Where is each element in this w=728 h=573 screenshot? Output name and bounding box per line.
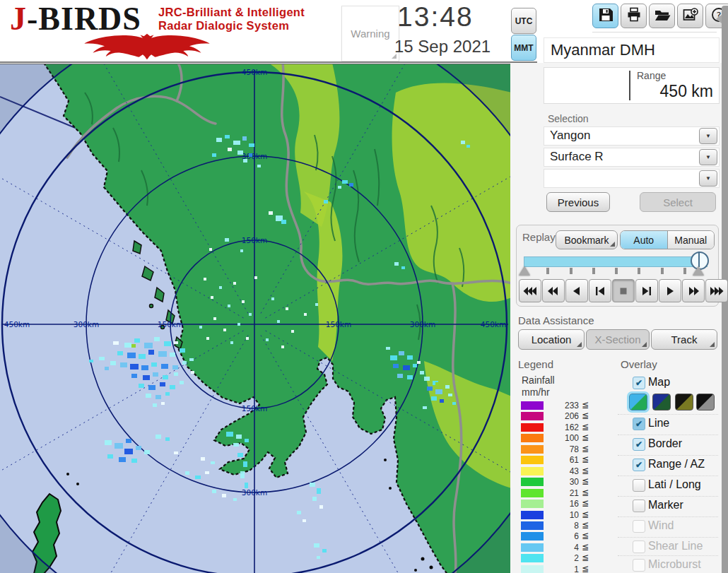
rain-cell [223,329,226,331]
checkbox-wind[interactable] [633,520,645,533]
bookmark-button[interactable]: Bookmark [556,230,618,249]
rain-cell [390,355,397,360]
logo-subtitle: JRC-Brilliant & Intelligent Radar Dialog… [158,6,305,33]
print-button[interactable] [621,4,647,28]
track-button[interactable]: Track [651,329,717,350]
playback-step-last-button[interactable] [635,279,658,302]
playback-step-first-button[interactable] [589,279,611,302]
rain-cell [324,200,328,203]
mmt-button[interactable]: MMT [511,35,536,61]
reverse-icon [569,285,585,297]
map-style-4[interactable] [696,394,715,410]
checkbox-marker[interactable] [633,500,645,512]
overlay-label[interactable]: Wind [648,519,674,532]
location-button[interactable]: Location [518,329,585,350]
replay-slider-track[interactable] [524,256,708,267]
logo-rest: -BIRDS [27,1,141,37]
map-style-3[interactable] [675,394,693,410]
rain-cell [115,443,123,449]
range-value: 450 km [660,82,713,101]
slider-end-marker[interactable] [693,266,704,276]
overlay-label[interactable]: Line [648,417,669,430]
utc-button[interactable]: UTC [511,8,536,34]
logo-subtitle-line2: Radar Dialogic System [158,19,305,33]
rain-cell [427,386,433,391]
overlay-separator [618,516,718,517]
overlay-label[interactable]: Border [648,437,682,450]
radar-map-canvas[interactable]: 150km150km150km150km300km300km300km300km… [0,64,510,573]
chevron-down-icon[interactable]: ▼ [699,170,717,187]
playback-forward-3-button[interactable] [705,279,728,302]
rewind-3-icon [522,285,538,297]
rain-cell [440,399,444,403]
legend-value: 10 [546,510,579,520]
play-icon [662,285,678,297]
chevron-down-icon[interactable]: ▼ [699,149,717,165]
open-folder-button[interactable] [649,4,675,28]
map-style-1[interactable] [629,394,647,410]
rain-cell [195,475,201,479]
legend-color-swatch [521,423,544,432]
overlay-label[interactable]: Lati / Long [648,478,701,491]
step-last-icon [639,285,654,297]
selection-dropdown-1[interactable]: Yangon▼ [544,126,720,146]
rain-cell [148,385,155,390]
warning-button[interactable]: Warning [341,6,399,61]
overlay-label[interactable]: Range / AZ [648,458,705,471]
slider-start-marker[interactable] [519,266,530,276]
rain-cell [174,451,178,454]
ring-label: 150km [242,236,267,244]
overlay-row-range-az: ✔Range / AZ [618,458,721,475]
rain-cell [211,461,215,464]
rain-cell [139,384,144,388]
rain-cell [417,361,421,364]
checkbox-shear-line[interactable] [633,540,645,553]
rain-cell [113,341,119,345]
rain-cell [155,435,161,439]
checkbox-map[interactable]: ✔ [633,377,645,389]
rain-cell [225,238,229,242]
station-name-box: Myanmar DMH [544,37,720,63]
panel-collapse-icon[interactable] [716,15,722,23]
playback-rewind-3-button[interactable] [519,279,541,302]
playback-reverse-button[interactable] [565,279,588,302]
playback-play-button[interactable] [659,279,681,302]
previous-button[interactable]: Previous [546,192,610,212]
rain-cell [144,450,150,454]
playback-stop-button[interactable] [612,279,635,302]
rain-cell [245,483,248,488]
overlay-label[interactable]: Microburst [648,558,701,571]
checkbox-border[interactable]: ✔ [633,438,645,451]
chevron-down-icon[interactable]: ▼ [699,128,717,144]
legend-value: 8 [546,521,579,531]
legend-lte-symbol: ≦ [582,454,589,464]
legend-row: 233≦ [521,401,599,410]
slider-tick [570,268,573,274]
checkbox-line[interactable]: ✔ [633,418,645,430]
overlay-label[interactable]: Shear Line [648,540,703,553]
add-image-button[interactable] [677,4,703,28]
rain-cell [399,351,404,355]
legend-unit-label: mm/hr [522,386,550,398]
map-style-2[interactable] [652,394,671,410]
overlay-label[interactable]: Marker [648,499,683,512]
checkbox-range-az[interactable]: ✔ [633,459,645,471]
save-button[interactable] [592,4,618,28]
auto-button[interactable]: Auto [621,231,668,249]
rain-cell [211,296,213,299]
manual-button[interactable]: Manual [668,231,715,249]
playback-rewind-2-button[interactable] [542,279,565,302]
checkbox-lati-long[interactable] [633,479,645,492]
rain-cell [314,543,319,548]
ring-label: 300km [410,320,435,329]
checkbox-microburst[interactable] [633,559,645,572]
select-button[interactable]: Select [640,192,716,212]
slider-tick [683,268,686,274]
open-folder-icon [654,7,671,25]
selection-dropdown-2[interactable]: Surface R▼ [544,148,720,167]
selection-dropdown-3[interactable]: ▼ [544,169,720,188]
playback-forward-2-button[interactable] [682,279,705,302]
overlay-label[interactable]: Map [648,376,670,389]
x-section-button[interactable]: X-Section [586,329,650,350]
rain-cell [127,353,136,358]
